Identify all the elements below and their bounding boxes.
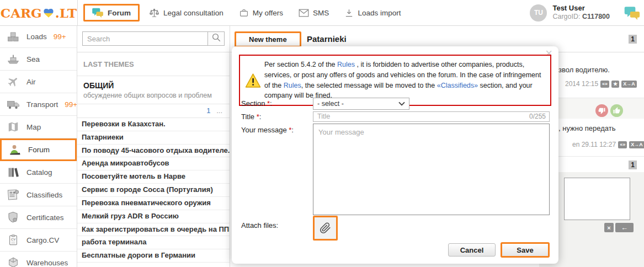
star-icon[interactable]: ★	[611, 81, 619, 88]
theme-row[interactable]: По поводу 45-часового отдыха водителе...	[77, 145, 230, 158]
sidebar-item-transport[interactable]: Transport99+	[0, 93, 77, 116]
nav-item-label: My offers	[253, 9, 283, 17]
post-text-fragment: звол водителю.	[558, 66, 610, 74]
sea-icon	[5, 53, 22, 65]
top-nav: ForumLegal consultationMy offersSMSLoads…	[77, 0, 530, 25]
sidebar-item-label: Classifieds	[26, 191, 62, 199]
section-select[interactable]: - select -	[313, 98, 409, 110]
search-button[interactable]	[207, 31, 225, 46]
page-badge-top[interactable]: 1	[629, 35, 637, 44]
theme-row[interactable]: Перевозки в Казахстан.	[77, 118, 230, 131]
nav-item-sms[interactable]: SMS	[292, 6, 335, 20]
translate-icon[interactable]: Х→А	[621, 81, 637, 88]
sidebar-item-air[interactable]: Air	[0, 71, 77, 93]
avatar[interactable]: TU	[530, 4, 547, 22]
thumb-down-icon[interactable]	[595, 104, 608, 117]
theme-row[interactable]: Перевозка пневматического оружия	[77, 197, 230, 210]
nav-item-legal-consultation[interactable]: Legal consultation	[143, 4, 230, 22]
cargo-logo[interactable]: CARG .LT	[0, 6, 77, 20]
air-icon	[5, 76, 22, 88]
quick-reply-textarea[interactable]	[564, 178, 630, 220]
sidebar-item-loads[interactable]: Loads99+	[0, 25, 77, 48]
sidebar-item-catalog[interactable]: Catalog	[0, 161, 77, 184]
sidebar-item-label: Catalog	[26, 168, 52, 177]
sidebar-item-label: Forum	[28, 146, 50, 154]
attach-files-button[interactable]	[313, 216, 338, 241]
cv-icon: CV	[5, 234, 22, 246]
page-1-link[interactable]: 1	[206, 106, 210, 115]
user-info: Test User CargoID: C117800	[552, 4, 610, 22]
rules-link[interactable]: Rules	[337, 61, 355, 68]
new-theme-modal: × Per section 5.4.2 of the Rules , it is…	[232, 46, 558, 264]
transport-icon	[5, 98, 22, 110]
certificates-icon	[5, 211, 22, 223]
sidebar-item-warehouses[interactable]: Warehouses	[0, 252, 77, 267]
theme-row[interactable]: Бесплатные дороги в Германии	[77, 249, 230, 263]
loads-icon	[5, 30, 22, 42]
nav-item-label: Legal consultation	[163, 9, 223, 17]
sidebar-item-label: Certificates	[26, 213, 64, 222]
post-timestamp: en 29.11 12:27	[572, 141, 616, 148]
sidebar-item-forum[interactable]: Forum	[0, 138, 77, 161]
nav-item-loads-import[interactable]: Loads import	[338, 5, 407, 21]
classifieds-link[interactable]: «Classifieds»	[437, 82, 478, 89]
sidebar-item-badge: 99+	[65, 100, 77, 109]
theme-row[interactable]: Как зарегистрироваться в очередь на ППК.…	[77, 223, 230, 237]
envelope-icon	[299, 9, 309, 17]
clear-reply-button[interactable]: ×	[604, 223, 614, 232]
sidebar-item-classifieds[interactable]: Classifieds	[0, 184, 77, 206]
chevron-down-icon	[398, 102, 405, 106]
search-input[interactable]	[82, 31, 207, 46]
themes-panel: LAST THEMES ОБЩИЙ обсуждение общих вопро…	[77, 25, 230, 267]
sidebar-item-certificates[interactable]: Certificates	[0, 206, 77, 229]
rules-link[interactable]: Rules	[284, 82, 301, 89]
nav-item-my-offers[interactable]: My offers	[233, 5, 289, 21]
sidebar-item-label: Transport	[26, 100, 58, 109]
title-input[interactable]	[313, 111, 550, 122]
message-textarea[interactable]	[313, 124, 550, 215]
save-button[interactable]: Save	[501, 242, 550, 258]
quote-icon[interactable]: «»	[600, 81, 609, 88]
page-ellipsis: ...	[216, 106, 222, 115]
user-block[interactable]: TU Test User CargoID: C117800	[530, 4, 610, 22]
catalog-icon	[5, 166, 22, 178]
post-timestamp: 2014 12:15	[565, 80, 598, 88]
nav-item-label: Loads import	[358, 9, 401, 17]
messenger-icon[interactable]	[624, 6, 641, 20]
briefcase-icon	[239, 8, 249, 18]
thumb-up-icon[interactable]	[610, 104, 623, 117]
warning-icon	[245, 73, 261, 88]
user-name: Test User	[552, 4, 610, 13]
section-title: ОБЩИЙ	[83, 81, 223, 90]
theme-row[interactable]: Патарниеки	[77, 131, 230, 145]
new-theme-button[interactable]: New theme	[235, 31, 301, 47]
send-reply-button[interactable]: ←	[615, 223, 634, 232]
sidebar-item-map[interactable]: Map	[0, 116, 77, 138]
theme-row[interactable]: Мелкий груз ADR в Россию	[77, 210, 230, 223]
theme-list: Перевозки в Казахстан.ПатарниекиПо повод…	[77, 118, 230, 263]
translate-icon[interactable]: Х→А	[629, 141, 644, 148]
warehouse-icon	[5, 257, 22, 267]
cancel-button[interactable]: Cancel	[448, 243, 496, 257]
theme-row[interactable]: Сервис в городе Сосса (Португалия)	[77, 184, 230, 197]
section-label: Section *:	[241, 99, 272, 108]
pagination: 1 ...	[77, 104, 230, 118]
map-icon	[5, 121, 22, 133]
title-char-counter: 0/255	[529, 113, 546, 120]
attach-files-label: Attach files:	[241, 221, 278, 229]
sidebar-item-cargo-cv[interactable]: CVCargo.CV	[0, 229, 77, 252]
quote-icon[interactable]: «»	[618, 141, 627, 148]
scales-icon	[149, 8, 159, 18]
nav-item-forum[interactable]: Forum	[83, 4, 140, 22]
page-badge-mid[interactable]: 1	[629, 161, 637, 169]
post-meta-row: en 29.11 12:27 «» Х→А	[572, 141, 644, 148]
forum-section-common[interactable]: ОБЩИЙ обсуждение общих вопросов и пробле…	[77, 76, 230, 104]
theme-row[interactable]: Аренда микроавтобусов	[77, 157, 230, 170]
search-row	[77, 25, 230, 52]
cargo-lt-app: CARG .LT ForumLegal consultationMy offer…	[0, 0, 644, 267]
sidebar-item-sea[interactable]: Sea	[0, 48, 77, 71]
theme-row[interactable]: Посоветуйте мотель в Нарве	[77, 170, 230, 184]
post-meta-row: 2014 12:15 «» ★ Х→А	[565, 80, 637, 88]
theme-row[interactable]: работа терминала	[77, 236, 230, 249]
section-subtitle: обсуждение общих вопросов и проблем	[83, 92, 223, 99]
